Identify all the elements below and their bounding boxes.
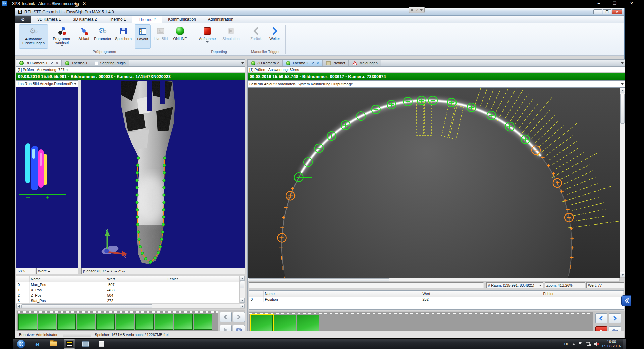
taskbar-clock[interactable]: 16:00 09.08.2016 xyxy=(602,340,621,348)
left-table-vscrollbar[interactable] xyxy=(239,276,245,303)
right-prev-image-button[interactable] xyxy=(595,313,607,323)
table-row[interactable]: 1X_Pos-458 xyxy=(16,287,239,293)
right-image-hscrollbar[interactable] xyxy=(248,278,620,282)
simulation-button[interactable]: Simulation xyxy=(220,24,242,49)
app-minimize-button[interactable]: – xyxy=(593,9,602,14)
drag-dots-icon xyxy=(411,9,414,11)
menu-tab-thermo-2[interactable]: Thermo 2 xyxy=(132,16,162,23)
camera-icon xyxy=(251,61,255,65)
tab-profinet[interactable]: Profinet xyxy=(323,60,349,66)
livebild-button[interactable]: Live-Bild xyxy=(152,24,169,49)
filmstrip-thumbnail[interactable] xyxy=(116,314,134,330)
camera-icon xyxy=(286,61,290,65)
teamviewer-icon: «» xyxy=(2,1,7,6)
tab-3d-kamera-2[interactable]: 3D Kamera 2 xyxy=(248,60,283,66)
zurueck-button[interactable]: Zurück xyxy=(247,24,265,49)
tab-thermo-1[interactable]: Thermo 1 xyxy=(62,60,91,66)
show-desktop-button[interactable] xyxy=(623,339,626,349)
menu-tab-kommunikation[interactable]: Kommunikation xyxy=(162,16,202,23)
app-titlebar[interactable]: R RELISTE Ges.m.b.H. - EasySightPro MAX … xyxy=(15,8,624,16)
thermal-preview-canvas[interactable] xyxy=(16,87,78,268)
tab-meldungen[interactable]: Meldungen xyxy=(349,60,381,66)
easysightpro-taskbar-button[interactable] xyxy=(64,339,75,349)
left-table-hscrollbar[interactable] xyxy=(16,304,245,309)
internet-explorer-icon[interactable]: e xyxy=(32,339,43,349)
notepad-icon[interactable] xyxy=(96,339,107,349)
teamviewer-titlebar: «» SPS Technik - Atomic Skivermessung ✕ … xyxy=(0,0,644,7)
expand-icon[interactable]: ↗ xyxy=(311,61,314,65)
table-row[interactable]: 0Max_Pos-507 xyxy=(16,282,239,287)
weiter-button[interactable]: Weiter xyxy=(266,24,283,49)
left-prev-image-button[interactable] xyxy=(220,312,232,322)
sensor3d-status: [Sensor3D] X: -- Y: -- Z: -- xyxy=(81,268,245,274)
volume-muted-icon[interactable] xyxy=(594,342,599,346)
tv-maximize-button[interactable]: ❐ xyxy=(609,1,621,7)
menu-tab-administration[interactable]: Administration xyxy=(202,16,239,23)
online-button[interactable]: ONLINE xyxy=(171,24,190,49)
tab-thermo-2[interactable]: Thermo 2 ↗ × xyxy=(283,60,323,66)
menu-tab-thermo-1[interactable]: Thermo 1 xyxy=(103,16,132,23)
teamviewer-sidebar-handle[interactable] xyxy=(621,295,631,306)
session-tab-close-icon[interactable]: ✕ xyxy=(83,1,86,6)
column-header: Wert xyxy=(106,276,166,282)
ribbon-separator xyxy=(193,25,193,54)
file-explorer-icon[interactable] xyxy=(48,339,59,349)
filmstrip-thumbnail[interactable] xyxy=(194,314,212,330)
sensor3d-canvas[interactable]: Y X xyxy=(81,80,245,268)
speichern-button[interactable]: Speichern xyxy=(114,24,133,49)
tv-minimize-button[interactable]: – xyxy=(593,1,604,7)
panel-splitter[interactable] xyxy=(78,80,81,268)
right-image-vscrollbar[interactable] xyxy=(620,88,625,278)
menu-tab-3d-kamera-1[interactable]: 3D Kamera 1 xyxy=(31,16,67,23)
raum-coordinates[interactable]: # Raum: (135,991, 83,4821) xyxy=(486,282,543,288)
right-next-image-button[interactable] xyxy=(609,313,621,323)
filmstrip-thumbnail[interactable] xyxy=(174,314,193,330)
ablauf-button[interactable]: Ablauf xyxy=(76,24,92,49)
tray-expand-icon[interactable] xyxy=(572,343,575,345)
teamviewer-grip[interactable]: ⤢ xyxy=(409,7,425,13)
language-indicator[interactable]: DE xyxy=(564,342,569,346)
column-header: Wert xyxy=(421,291,542,297)
ribbon-separator xyxy=(285,25,286,54)
settings-gear-button[interactable]: ⚙ xyxy=(15,16,31,23)
tab-list-dropdown[interactable] xyxy=(619,60,625,66)
online-status-ball-icon xyxy=(176,26,184,36)
tab-3d-kamera-1[interactable]: 3D Kamera 1 ↗ × xyxy=(16,60,62,66)
filmstrip-thumbnail[interactable] xyxy=(18,314,37,330)
network-icon[interactable] xyxy=(586,342,591,346)
aufnahme-button[interactable]: Aufnahme xyxy=(196,24,218,49)
aufnahme-einstellungen-button[interactable]: ⚙⚙ Aufnahme Einstellungen xyxy=(19,24,48,49)
start-button[interactable] xyxy=(15,339,27,349)
layout-button[interactable]: Layout xyxy=(135,24,151,49)
filmstrip-thumbnail[interactable] xyxy=(135,314,154,330)
table-row[interactable]: 3Stat_Pos272 xyxy=(16,298,239,303)
filmstrip-thumbnail[interactable] xyxy=(155,314,173,330)
filmstrip-thumbnail[interactable] xyxy=(38,314,56,330)
left-image-source-dropdown[interactable]: LastRun.Bild.Anzeige.RenderedRecord xyxy=(16,80,78,87)
app-window-icon[interactable] xyxy=(80,339,91,349)
tab-list-dropdown[interactable] xyxy=(239,60,245,66)
parameter-button[interactable]: ⚙⚙ Parameter xyxy=(93,24,112,49)
table-row[interactable]: 0Position252 xyxy=(249,297,624,302)
group-caption-reporting: Reporting xyxy=(196,50,242,54)
close-icon[interactable]: × xyxy=(317,61,319,65)
thermo-image-canvas[interactable] xyxy=(248,88,620,278)
close-icon[interactable]: × xyxy=(56,61,58,65)
filmstrip-thumbnail[interactable] xyxy=(57,314,76,330)
action-center-flag-icon[interactable] xyxy=(578,342,583,346)
programmwechsel-button[interactable]: Programm- wechsel xyxy=(50,24,74,49)
dropdown-arrow-icon xyxy=(539,285,542,286)
tv-close-button[interactable]: ✕ xyxy=(626,1,637,7)
right-result-bar: 09.08.2016 15:59:58.748 - Bildnummer: 00… xyxy=(248,73,625,80)
menu-tab-3d-kamera-2[interactable]: 3D Kamera 2 xyxy=(67,16,103,23)
right-image-source-dropdown[interactable]: LastRun.Ablauf.Koordinaten_System.Kalibr… xyxy=(248,80,625,88)
left-filmstrip xyxy=(17,311,218,333)
tab-scripting-plugin[interactable]: Scripting Plugin xyxy=(91,60,129,66)
app-restore-button[interactable]: ❐ xyxy=(603,9,611,14)
filmstrip-thumbnail[interactable] xyxy=(96,314,115,330)
left-next-image-button[interactable] xyxy=(233,312,245,322)
filmstrip-thumbnail[interactable] xyxy=(77,314,95,330)
app-close-button[interactable]: × xyxy=(612,9,622,14)
table-row[interactable]: 2Z_Pos504 xyxy=(16,293,239,298)
expand-icon[interactable]: ↗ xyxy=(50,61,53,65)
